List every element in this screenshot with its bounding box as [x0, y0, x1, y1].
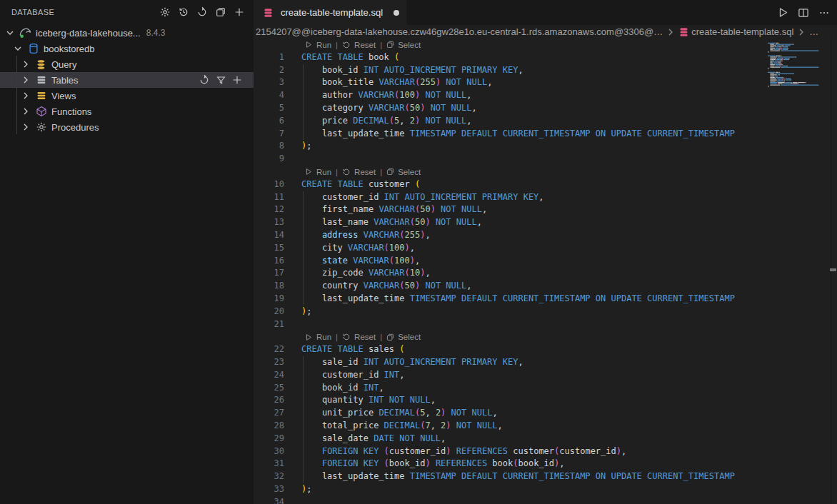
code-line-19[interactable]: 19 last_update_time TIMESTAMP DEFAULT CU…	[254, 293, 837, 306]
chevron-right-icon[interactable]	[20, 121, 31, 133]
chevron-down-icon[interactable]	[12, 43, 24, 54]
code-line-13[interactable]: 13 last_name VARCHAR(50) NOT NULL,	[254, 216, 837, 229]
code-line-34[interactable]: 34	[254, 496, 837, 504]
tree-item-tables[interactable]: Tables	[0, 72, 254, 88]
code-line-22[interactable]: 22CREATE TABLE sales (	[254, 343, 837, 356]
line-content: CREATE TABLE customer (	[301, 178, 420, 191]
select-icon[interactable]	[386, 333, 394, 341]
tree-item-bookstoredb[interactable]: bookstoredb	[0, 41, 254, 56]
line-number: 8	[254, 140, 284, 153]
code-line-27[interactable]: 27 unit_price DECIMAL(5, 2) NOT NULL,	[254, 407, 837, 420]
code-line-12[interactable]: 12 first_name VARCHAR(50) NOT NULL,	[254, 203, 837, 216]
codelens-run[interactable]: Run	[316, 41, 331, 49]
line-number: 20	[254, 306, 284, 318]
line-number: 2	[254, 64, 284, 77]
tree-item-procedures[interactable]: Procedures	[0, 119, 254, 135]
chevron-down-icon[interactable]	[4, 27, 16, 39]
code-editor[interactable]: Run|Reset|Select1CREATE TABLE book (2 bo…	[254, 39, 837, 504]
history-icon[interactable]	[176, 5, 191, 19]
run-icon[interactable]	[305, 41, 313, 49]
add-icon[interactable]	[232, 5, 246, 19]
line-content: CREATE TABLE book (	[301, 51, 399, 64]
reset-icon[interactable]	[342, 333, 351, 341]
code-line-29[interactable]: 29 sale_date DATE NOT NULL,	[254, 433, 837, 445]
add-icon[interactable]	[231, 74, 244, 86]
code-line-17[interactable]: 17 zip_code VARCHAR(10),	[254, 267, 837, 280]
codelens-reset[interactable]: Reset	[354, 41, 376, 49]
code-line-23[interactable]: 23 sale_id INT AUTO_INCREMENT PRIMARY KE…	[254, 356, 837, 369]
run-icon[interactable]	[305, 333, 313, 341]
code-line-4[interactable]: 4 author VARCHAR(100) NOT NULL,	[254, 89, 837, 102]
split-editor-icon[interactable]	[796, 6, 811, 20]
tab-create-table-template[interactable]: create-table-template.sql	[254, 0, 406, 25]
code-line-25[interactable]: 25 book_id INT,	[254, 382, 837, 395]
code-line-26[interactable]: 26 quantity INT NOT NULL,	[254, 394, 837, 407]
code-line-3[interactable]: 3 book_title VARCHAR(255) NOT NULL,	[254, 76, 837, 89]
code-line-1[interactable]: 1CREATE TABLE book (	[254, 51, 837, 64]
line-content: price DECIMAL(5, 2) NOT NULL,	[301, 115, 471, 128]
code-line-28[interactable]: 28 total_price DECIMAL(7, 2) NOT NULL,	[254, 420, 837, 433]
tree-item-label: bookstoredb	[44, 44, 95, 54]
run-icon[interactable]	[776, 6, 790, 20]
select-icon[interactable]	[386, 41, 394, 49]
settings-icon[interactable]	[158, 5, 172, 19]
code-line-6[interactable]: 6 price DECIMAL(5, 2) NOT NULL,	[254, 115, 837, 128]
line-content: address VARCHAR(255),	[301, 229, 431, 242]
more-icon[interactable]	[817, 6, 831, 20]
code-line-2[interactable]: 2 book_id INT AUTO_INCREMENT PRIMARY KEY…	[254, 64, 837, 77]
reset-icon[interactable]	[342, 168, 351, 176]
line-number: 33	[254, 483, 284, 496]
refresh-icon[interactable]	[195, 5, 209, 19]
code-line-10[interactable]: 10CREATE TABLE customer (	[254, 178, 837, 191]
code-line-24[interactable]: 24 customer_id INT,	[254, 369, 837, 382]
chevron-right-icon[interactable]	[20, 74, 31, 86]
code-line-21[interactable]: 21	[254, 318, 837, 331]
tree-item-functions[interactable]: Functions	[0, 104, 254, 119]
code-line-15[interactable]: 15 city VARCHAR(100),	[254, 242, 837, 255]
db-tree: iceberg-data-lakehouse...8.4.3bookstored…	[0, 25, 254, 135]
line-content: last_update_time TIMESTAMP DEFAULT CURRE…	[301, 470, 735, 483]
code-line-31[interactable]: 31 FOREIGN KEY (book_id) REFERENCES book…	[254, 458, 837, 470]
select-icon[interactable]	[386, 168, 394, 176]
codelens-reset[interactable]: Reset	[354, 333, 376, 341]
code-line-32[interactable]: 32 last_update_time TIMESTAMP DEFAULT CU…	[254, 470, 837, 483]
tree-item-views[interactable]: Views	[0, 88, 254, 104]
code-line-18[interactable]: 18 country VARCHAR(50) NOT NULL,	[254, 280, 837, 293]
codelens-run[interactable]: Run	[316, 168, 331, 176]
code-line-8[interactable]: 8);	[254, 140, 837, 153]
tree-item-query[interactable]: Query	[0, 56, 254, 72]
line-content: FOREIGN KEY (book_id) REFERENCES book(bo…	[301, 458, 565, 470]
modified-indicator-dot[interactable]	[394, 10, 399, 16]
code-line-11[interactable]: 11 customer_id INT AUTO_INCREMENT PRIMAR…	[254, 191, 837, 204]
code-line-5[interactable]: 5 category VARCHAR(50) NOT NULL,	[254, 102, 837, 115]
code-line-30[interactable]: 30 FOREIGN KEY (customer_id) REFERENCES …	[254, 445, 837, 458]
codelens-select[interactable]: Select	[398, 168, 421, 176]
code-line-16[interactable]: 16 state VARCHAR(100),	[254, 255, 837, 268]
code-line-9[interactable]: 9	[254, 153, 837, 166]
breadcrumb-connection[interactable]: 2154207@@iceberg-data-lakehouse.czw46gw2…	[256, 26, 663, 37]
breadcrumb-more[interactable]: …	[809, 26, 818, 37]
refresh-icon[interactable]	[198, 74, 211, 86]
tree-item-iceberg-data-lakehouse[interactable]: iceberg-data-lakehouse...8.4.3	[0, 25, 254, 41]
codelens-select[interactable]: Select	[398, 41, 421, 49]
code-line-14[interactable]: 14 address VARCHAR(255),	[254, 229, 837, 242]
codelens-run[interactable]: Run	[316, 333, 331, 341]
chevron-right-icon[interactable]	[20, 106, 31, 117]
filter-icon[interactable]	[214, 74, 227, 86]
tree-item-label: iceberg-data-lakehouse...	[36, 28, 141, 39]
codelens-reset[interactable]: Reset	[354, 168, 376, 176]
copy-icon[interactable]	[214, 5, 228, 19]
code-line-20[interactable]: 20);	[254, 306, 837, 318]
run-icon[interactable]	[305, 168, 313, 176]
reset-icon[interactable]	[342, 41, 351, 49]
sql-file-icon	[678, 26, 689, 37]
chevron-right-icon[interactable]	[20, 90, 31, 101]
breadcrumb-file[interactable]: create-table-template.sql	[678, 26, 793, 37]
codelens-select[interactable]: Select	[398, 333, 421, 341]
minimap[interactable]	[764, 41, 828, 126]
line-content: country VARCHAR(50) NOT NULL,	[301, 280, 471, 293]
code-line-33[interactable]: 33);	[254, 483, 837, 496]
line-number: 11	[254, 191, 284, 204]
code-line-7[interactable]: 7 last_update_time TIMESTAMP DEFAULT CUR…	[254, 128, 837, 141]
chevron-right-icon[interactable]	[20, 59, 31, 70]
